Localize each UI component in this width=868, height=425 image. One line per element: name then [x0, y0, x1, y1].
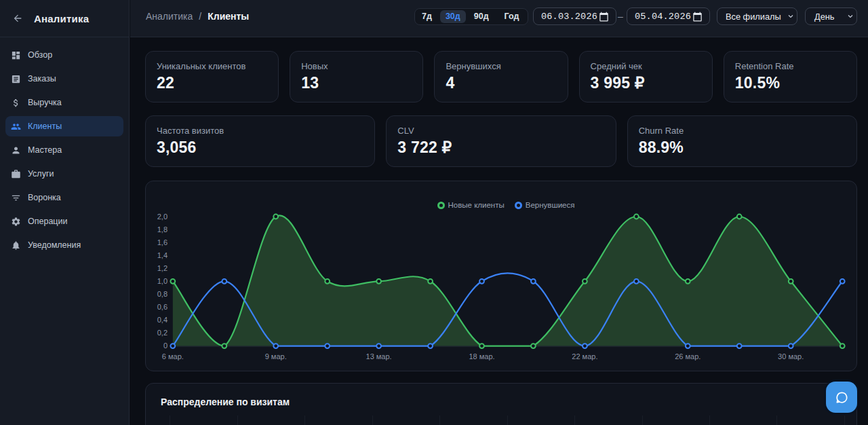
svg-text:0,2: 0,2 [157, 329, 167, 337]
svg-text:0,6: 0,6 [157, 303, 167, 311]
svg-text:9 мар.: 9 мар. [265, 352, 287, 361]
svg-text:26 мар.: 26 мар. [675, 352, 701, 361]
svg-text:0: 0 [163, 341, 167, 350]
svg-text:18 мар.: 18 мар. [469, 352, 494, 361]
svg-text:2,0: 2,0 [157, 212, 167, 221]
svg-text:13 мар.: 13 мар. [366, 352, 392, 361]
svg-text:1,8: 1,8 [157, 225, 167, 234]
svg-text:0,8: 0,8 [157, 290, 167, 298]
svg-text:1,0: 1,0 [157, 277, 167, 285]
svg-text:22 мар.: 22 мар. [572, 352, 597, 361]
svg-text:1,6: 1,6 [157, 238, 167, 246]
svg-text:6 мар.: 6 мар. [162, 352, 184, 361]
svg-text:1,4: 1,4 [157, 251, 167, 259]
svg-text:30 мар.: 30 мар. [778, 352, 804, 361]
svg-text:1,2: 1,2 [157, 264, 167, 272]
svg-text:0,4: 0,4 [157, 316, 167, 324]
